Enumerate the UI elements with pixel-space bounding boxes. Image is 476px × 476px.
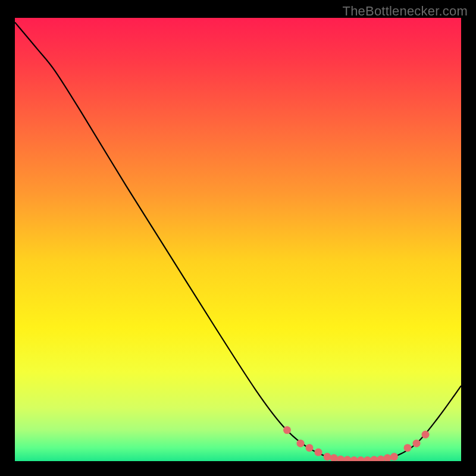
data-marker: [283, 426, 291, 434]
data-marker: [422, 431, 430, 439]
watermark-text: TheBottlenecker.com: [343, 4, 468, 19]
chart-frame: TheBottlenecker.com: [0, 0, 476, 476]
data-marker: [297, 440, 305, 447]
data-marker: [390, 453, 398, 461]
bottleneck-chart: [15, 18, 461, 461]
data-marker: [306, 444, 314, 452]
data-marker: [324, 453, 331, 461]
data-marker: [413, 440, 421, 447]
data-marker: [404, 444, 412, 452]
data-marker: [315, 449, 322, 456]
chart-background: [15, 18, 461, 461]
plot-area: [15, 18, 461, 461]
